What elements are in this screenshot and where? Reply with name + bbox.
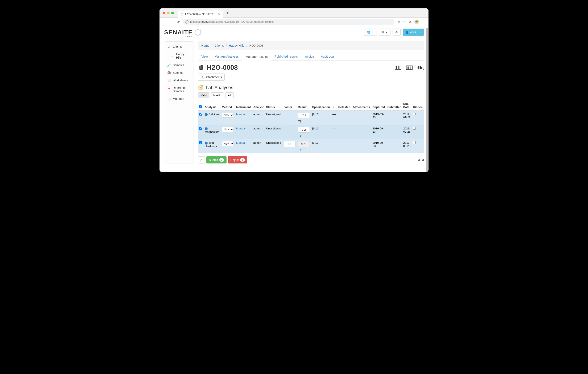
- svg-rect-7: [397, 66, 397, 69]
- breadcrumb-clients[interactable]: Clients: [215, 44, 224, 47]
- cell-due-date: 2019-09-28: [402, 139, 412, 153]
- breadcrumb-home[interactable]: Home: [201, 44, 210, 47]
- cell-status: Unassigned: [265, 111, 282, 125]
- select-all-checkbox[interactable]: [199, 105, 202, 108]
- app-header: SENAITE LIMS 🌐▼ ⊞▼ ⚙ 👤admin▼: [159, 26, 429, 40]
- cell-specification: [9;11]: [311, 125, 331, 139]
- table-footer: ⊘ Submit3 Reject3 3 / 3: [198, 156, 424, 164]
- filter-valid[interactable]: Valid: [198, 93, 209, 98]
- cell-retested: [337, 139, 352, 153]
- react-devtools-icon[interactable]: ⚛: [403, 20, 406, 24]
- bookmark-icon[interactable]: ☆: [397, 20, 400, 24]
- sidebar-item-samples[interactable]: 🧪Samples: [164, 61, 194, 69]
- table-header-row: Analysis Method Instrument Analyst Statu…: [198, 101, 424, 111]
- svg-rect-19: [411, 66, 411, 69]
- hidden-checkbox[interactable]: [413, 141, 416, 144]
- attachments-button[interactable]: 📎Attachments: [198, 73, 225, 81]
- row-checkbox[interactable]: [199, 141, 202, 144]
- result-input[interactable]: [298, 127, 310, 133]
- tab-manage-analyses[interactable]: Manage Analyses: [211, 53, 242, 61]
- instrument-link[interactable]: Manual: [236, 127, 245, 130]
- url-field[interactable]: i localhost:8080/senaite/clients/client-…: [183, 19, 394, 25]
- breadcrumb-current: H2O-0008: [249, 44, 263, 47]
- caret-down-icon: ▼: [372, 31, 374, 33]
- new-tab-button[interactable]: +: [226, 10, 229, 15]
- maximize-window-button[interactable]: [171, 12, 174, 14]
- extension-icon[interactable]: ⊘: [409, 20, 411, 24]
- logo[interactable]: SENAITE LIMS: [164, 29, 202, 36]
- svg-rect-23: [420, 66, 420, 69]
- sidebar-item-worksheets[interactable]: 📋Worksheets: [164, 76, 194, 84]
- close-window-button[interactable]: [163, 12, 165, 14]
- svg-rect-8: [398, 66, 398, 69]
- info-icon[interactable]: i: [205, 113, 208, 116]
- layers-icon: 📚: [167, 71, 171, 74]
- minimize-window-button[interactable]: [167, 12, 170, 14]
- filter-invalid[interactable]: Invalid: [210, 93, 224, 98]
- browser-tab[interactable]: H2O-0008 — SENAITE ✕: [178, 10, 223, 18]
- svg-point-25: [421, 67, 423, 69]
- sidebar-item-methods[interactable]: 📄Methods: [164, 95, 194, 103]
- sidebar-item-batches[interactable]: 📚Batches: [164, 69, 194, 76]
- svg-rect-14: [407, 66, 408, 69]
- instrument-link[interactable]: Manual: [236, 141, 245, 144]
- instrument-link[interactable]: Manual: [236, 113, 245, 116]
- cell-status: Unassigned: [265, 125, 282, 139]
- forward-button[interactable]: →: [170, 20, 173, 24]
- user-menu-button[interactable]: 👤admin▼: [403, 29, 424, 36]
- barcode-icon[interactable]: [395, 65, 401, 70]
- cell-analyst: admin: [252, 139, 265, 153]
- barcode-search-icon[interactable]: [418, 65, 424, 70]
- svg-rect-15: [408, 66, 408, 69]
- caret-down-icon: ▼: [419, 31, 421, 33]
- result-input[interactable]: [298, 113, 310, 118]
- cell-submitter: [386, 125, 402, 139]
- tab-manage-results[interactable]: Manage Results: [242, 53, 271, 61]
- tab-title: H2O-0008 — SENAITE: [185, 13, 214, 16]
- row-checkbox[interactable]: [199, 127, 202, 130]
- settings-button[interactable]: ⚙: [393, 29, 400, 36]
- vertical-scrollbar[interactable]: [426, 28, 428, 172]
- reload-button[interactable]: ⟳: [176, 20, 180, 24]
- info-icon[interactable]: i: [205, 127, 208, 130]
- apps-button[interactable]: ⊞▼: [379, 29, 390, 36]
- reject-button[interactable]: Reject3: [228, 156, 247, 164]
- menu-icon[interactable]: ⋮: [422, 20, 425, 24]
- col-attachments: Attachments: [352, 101, 371, 111]
- hidden-checkbox[interactable]: [413, 127, 416, 130]
- caret-down-icon: ▼: [386, 31, 388, 33]
- sidebar-item-happy-hills[interactable]: ›Happy Hills: [164, 51, 194, 61]
- marker-icon: 📍: [167, 88, 171, 91]
- breadcrumb-happy-hills[interactable]: Happy Hills: [229, 44, 244, 47]
- language-button[interactable]: 🌐▼: [364, 29, 377, 36]
- col-status: Status: [265, 101, 282, 111]
- sidebar-item-clients[interactable]: 🗂Clients: [164, 43, 194, 51]
- barcode-large-icon[interactable]: [406, 65, 412, 70]
- info-icon[interactable]: i: [205, 142, 208, 145]
- favicon-icon: [180, 13, 183, 16]
- col-analysis: Analysis: [203, 101, 221, 111]
- factor-input[interactable]: [284, 141, 295, 147]
- tab-view[interactable]: View: [198, 53, 211, 61]
- col-specification: Specification: [311, 101, 331, 111]
- method-select[interactable]: None: [222, 141, 234, 146]
- profile-avatar-icon[interactable]: 🧑: [414, 20, 419, 24]
- tab-published-results[interactable]: Published results: [271, 53, 301, 61]
- clear-selection-button[interactable]: ⊘: [198, 156, 205, 164]
- filter-all[interactable]: All: [225, 93, 234, 98]
- sidebar-item-reference-samples[interactable]: 📍Reference Samples: [164, 84, 194, 95]
- hidden-checkbox[interactable]: [413, 113, 416, 115]
- site-info-icon[interactable]: i: [185, 20, 189, 23]
- back-button[interactable]: ←: [163, 20, 167, 24]
- method-select[interactable]: None: [222, 113, 234, 118]
- submit-button[interactable]: Submit3: [206, 156, 227, 164]
- close-tab-icon[interactable]: ✕: [218, 13, 220, 16]
- tab-invoice[interactable]: Invoice: [301, 53, 317, 61]
- macos-titlebar: H2O-0008 — SENAITE ✕ +: [159, 8, 429, 18]
- col-analyst: Analyst: [252, 101, 265, 111]
- results-table: Analysis Method Instrument Analyst Statu…: [198, 101, 424, 153]
- row-checkbox[interactable]: [199, 113, 202, 115]
- method-select[interactable]: None: [222, 127, 234, 132]
- svg-rect-21: [418, 66, 419, 69]
- tab-audit-log[interactable]: Audit Log: [317, 53, 337, 61]
